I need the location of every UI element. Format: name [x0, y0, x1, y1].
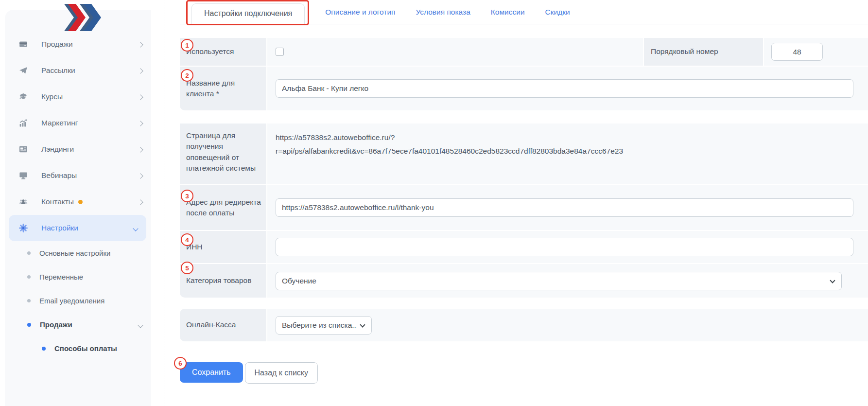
card-connection: 3 4 5 Страница для получения оповещений …	[180, 124, 868, 298]
inn-cell	[266, 231, 868, 263]
landing-page-icon	[18, 144, 28, 154]
form-row-used: Используется Порядковый номер	[180, 38, 868, 66]
sidebar-item-kursy[interactable]: Курсы	[5, 84, 151, 110]
save-button[interactable]: Сохранить	[180, 362, 243, 383]
category-select[interactable]: Обучение	[276, 272, 842, 290]
sidebar-item-marketing[interactable]: Маркетинг	[5, 110, 151, 136]
order-number-label: Порядковый номер	[643, 38, 763, 66]
notify-page-label: Страница для получения оповещений от пла…	[180, 124, 266, 184]
sidebar-item-label: Лэндинги	[41, 145, 74, 154]
form-row-client-name: Название для клиента *	[180, 67, 868, 110]
chevron-right-icon	[139, 92, 142, 101]
chevron-right-icon	[139, 66, 142, 75]
chevron-down-icon	[139, 320, 142, 329]
notification-dot	[78, 200, 83, 204]
credit-card-icon	[18, 39, 28, 49]
form-row-category: Категория товаров Обучение	[180, 264, 868, 298]
sidebar-item-label: Маркетинг	[41, 119, 78, 127]
sidebar-item-label: Контакты	[41, 197, 74, 206]
form-row-notify-page: Страница для получения оповещений от пла…	[180, 124, 868, 184]
card-kassa: Онлайн-Касса Выберите из списка...	[180, 309, 868, 341]
main-content: Настройки подключения Описание и логотип…	[164, 0, 868, 406]
sidebar-item-prodazhi[interactable]: Продажи	[5, 31, 151, 57]
sidebar-subitem-prodazhi[interactable]: Продажи	[5, 313, 151, 336]
notify-page-url-line1: https://a57838s2.autoweboffice.ru/?	[276, 131, 623, 144]
sidebar-subitem-label: Способы оплаты	[54, 344, 117, 353]
notify-page-url-line2: r=api/ps/alfabankcredit&vc=86a7f75ece7fa…	[276, 144, 623, 158]
card-usage: 1 2 Используется Порядковый номер Назван…	[180, 38, 868, 110]
sidebar-subitem-email-uvedomleniya[interactable]: Email уведомления	[5, 289, 151, 313]
order-number-cell	[763, 38, 868, 66]
category-select-wrap: Обучение	[276, 272, 842, 290]
bar-chart-icon	[18, 118, 28, 128]
form-row-kassa: Онлайн-Касса Выберите из списка...	[180, 309, 868, 341]
annotation-number-6: 6	[174, 357, 187, 370]
kassa-select-wrap: Выберите из списка...	[276, 316, 372, 335]
paper-plane-icon	[18, 66, 28, 75]
save-button-wrap: 6 Сохранить	[180, 362, 243, 383]
tab-commissions[interactable]: Комиссии	[491, 8, 525, 24]
chevron-right-icon	[139, 197, 142, 206]
sidebar-subitem-label: Основные настройки	[39, 249, 110, 257]
bullet-icon	[27, 275, 31, 279]
sidebar-subitem-label: Переменные	[39, 273, 83, 281]
sidebar-subitem-sposoby-oplaty[interactable]: Способы оплаты	[5, 336, 151, 360]
sidebar-item-rassylki[interactable]: Рассылки	[5, 57, 151, 84]
kassa-cell: Выберите из списка...	[266, 309, 868, 341]
sidebar-item-landingi[interactable]: Лэндинги	[5, 136, 151, 162]
sidebar-item-label: Продажи	[41, 40, 73, 49]
bullet-icon-active	[42, 347, 46, 351]
redirect-label: Адрес для редиректа после оплаты	[180, 185, 266, 230]
tab-bar: Настройки подключения Описание и логотип…	[180, 0, 868, 24]
sidebar-subitem-osnovnye-nastroyki[interactable]: Основные настройки	[5, 241, 151, 265]
sidebar-item-vebinary[interactable]: Вебинары	[5, 162, 151, 189]
annotation-number-3: 3	[181, 190, 193, 202]
client-name-input[interactable]	[276, 79, 853, 98]
tab-connection-settings[interactable]: Настройки подключения	[191, 3, 305, 24]
used-checkbox[interactable]	[276, 48, 284, 56]
chevron-down-icon	[134, 224, 138, 232]
bullet-icon-active	[27, 323, 31, 327]
tab-description-logo[interactable]: Описание и логотип	[325, 8, 395, 24]
tab-discounts[interactable]: Скидки	[545, 8, 570, 24]
sidebar-item-label: Рассылки	[41, 66, 75, 75]
chevron-right-icon	[139, 119, 142, 127]
notify-page-cell: https://a57838s2.autoweboffice.ru/? r=ap…	[266, 124, 868, 184]
app-logo[interactable]	[64, 4, 104, 31]
people-icon	[18, 197, 28, 207]
chevron-right-icon	[139, 171, 142, 180]
category-cell: Обучение	[266, 264, 868, 298]
used-value-cell	[266, 38, 643, 66]
sidebar-item-label: Курсы	[41, 92, 63, 101]
bullet-icon	[27, 299, 31, 302]
client-name-cell	[266, 67, 868, 110]
graduation-cap-icon	[18, 92, 28, 102]
chevron-right-icon	[139, 40, 142, 49]
chevron-right-icon	[139, 145, 142, 154]
order-number-input[interactable]	[771, 43, 823, 61]
active-tab-wrap: Настройки подключения	[191, 3, 305, 24]
redirect-input[interactable]	[276, 198, 853, 217]
kassa-select[interactable]: Выберите из списка...	[276, 316, 372, 335]
gear-icon	[18, 223, 28, 233]
annotation-number-2: 2	[181, 69, 193, 82]
back-to-list-button[interactable]: Назад к списку	[245, 362, 318, 384]
form-row-redirect: Адрес для редиректа после оплаты	[180, 185, 868, 230]
double-chevron-logo-icon	[64, 4, 104, 31]
bullet-icon	[27, 251, 31, 255]
sidebar-subitem-peremennye[interactable]: Переменные	[5, 265, 151, 289]
sidebar-item-kontakty[interactable]: Контакты	[5, 189, 151, 215]
sidebar-subitem-label: Email уведомления	[39, 297, 104, 305]
inn-input[interactable]	[276, 238, 853, 256]
inn-label: ИНН	[180, 231, 266, 263]
sidebar-subitem-label: Продажи	[40, 320, 72, 329]
form-row-inn: ИНН	[180, 231, 868, 263]
annotation-number-1: 1	[181, 39, 193, 52]
sidebar-item-label: Настройки	[41, 224, 78, 232]
monitor-icon	[18, 171, 28, 180]
tab-display-conditions[interactable]: Условия показа	[416, 8, 470, 24]
sidebar-item-nastroyki[interactable]: Настройки	[9, 215, 146, 241]
sidebar-item-label: Вебинары	[41, 171, 77, 180]
annotation-number-5: 5	[181, 262, 193, 274]
sidebar-submenu: Основные настройки Переменные Email увед…	[5, 241, 151, 360]
